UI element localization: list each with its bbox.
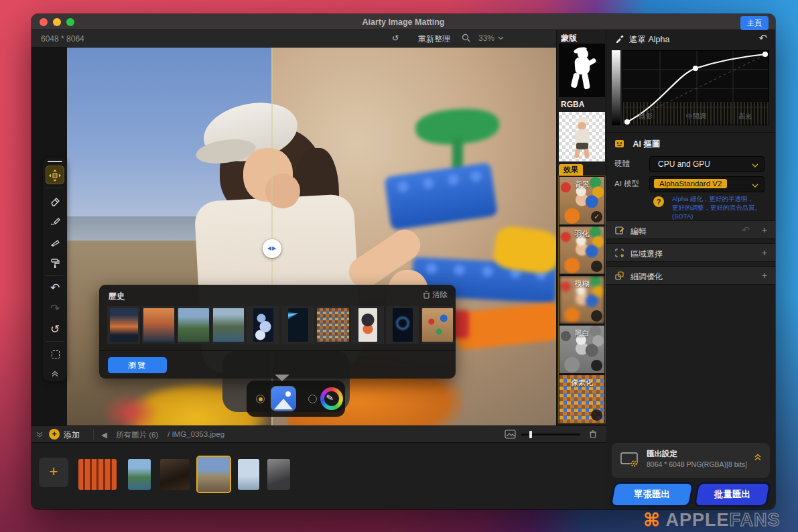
thumbnail-size-slider[interactable] — [521, 434, 580, 436]
section-region-select[interactable]: 區域選擇 + — [606, 243, 775, 262]
mask-thumbnail[interactable] — [559, 44, 605, 97]
gift-bow-icon: ⌘ — [643, 510, 661, 530]
current-filename: / IMG_0353.jpeg — [168, 430, 224, 438]
effect-feather[interactable]: 羽化 — [559, 226, 604, 274]
history-thumb[interactable] — [142, 306, 175, 344]
filmstrip-thumb-6[interactable] — [267, 459, 290, 490]
section-edit[interactable]: 編輯 ↶ + — [606, 220, 775, 239]
smart-pen-tool[interactable] — [46, 212, 64, 230]
filmstrip-add-tile[interactable]: + — [39, 458, 68, 487]
alpha-undo-icon[interactable]: ↶ — [758, 32, 767, 44]
effects-list: 背景 ✓ 羽化 模糊 黑白 像素化 — [558, 176, 606, 423]
alpha-curve-editor[interactable]: 陰影 中間調 高光 — [612, 49, 770, 128]
history-thumb[interactable] — [351, 306, 384, 344]
filmstrip-thumb-2[interactable] — [128, 459, 151, 490]
filmstrip-thumb-1[interactable] — [78, 459, 117, 490]
right-panel: 遮罩 Alpha ↶ 陰影 中間調 高光 — [606, 30, 775, 509]
palette-grip[interactable] — [48, 161, 62, 162]
expand-icon[interactable]: + — [762, 270, 767, 281]
divider — [606, 132, 775, 133]
effect-toggle[interactable] — [591, 409, 602, 421]
history-thumb[interactable] — [386, 306, 419, 344]
export-settings-card[interactable]: 匯出設定 8064 * 6048 PNG(RGBA)[8 bits] — [612, 443, 770, 478]
effect-check-icon[interactable]: ✓ — [591, 211, 602, 222]
marquee-tool[interactable] — [46, 344, 64, 363]
filmstrip-thumb-3[interactable] — [160, 459, 190, 490]
history-thumb[interactable] — [421, 306, 454, 344]
effect-toggle[interactable] — [591, 310, 602, 322]
effect-toggle[interactable] — [591, 360, 602, 371]
filmstrip-thumb-5[interactable] — [238, 459, 259, 490]
refresh-icon[interactable]: ↺ — [392, 34, 399, 43]
ai-chip-icon — [614, 139, 627, 150]
section-label: 區域選擇 — [630, 249, 663, 260]
effects-tab[interactable]: 效果 — [559, 164, 583, 176]
effect-blur[interactable]: 模糊 — [559, 276, 604, 324]
history-thumb[interactable] — [177, 306, 210, 344]
slider-handle[interactable] — [529, 431, 532, 438]
filmstrip-thumb-selected[interactable] — [198, 457, 230, 492]
tick-shadows: 陰影 — [639, 112, 653, 121]
ai-section-title: AI 摳圖 — [633, 139, 660, 149]
effect-pixelate[interactable]: 像素化 — [559, 375, 604, 423]
collapse-palette-icon[interactable] — [46, 363, 64, 382]
left-tool-palette: ↶ ↷ ↺ — [43, 157, 67, 381]
batch-export-button[interactable]: 批量匯出 — [693, 482, 772, 507]
paint-roller-tool[interactable] — [46, 253, 64, 272]
effect-bw[interactable]: 黑白 — [559, 326, 604, 373]
section-undo-icon[interactable]: ↶ — [742, 224, 750, 235]
gallery-breadcrumb[interactable]: 所有圖片 (6) — [116, 430, 158, 440]
home-button[interactable]: 主頁 — [740, 16, 769, 30]
alpha-title: 遮罩 Alpha — [629, 34, 669, 46]
zoom-search-icon[interactable] — [462, 34, 470, 44]
rgba-thumbnail[interactable] — [559, 112, 605, 161]
region-select-icon — [614, 248, 624, 261]
move-tool[interactable] — [46, 165, 64, 184]
single-export-button[interactable]: 單張匯出 — [610, 482, 695, 507]
child-hand — [265, 174, 300, 208]
zoom-level-value[interactable]: 33% — [478, 34, 494, 43]
expand-icon[interactable]: + — [762, 224, 767, 235]
color-mode-icon[interactable]: ✎ — [320, 387, 343, 410]
applefans-watermark: ⌘ APPLEFANS — [643, 509, 781, 531]
history-clear-button[interactable]: 清除 — [423, 290, 448, 300]
model-value-badge: AlphaStandard V2 — [654, 179, 727, 188]
collapse-export-icon[interactable] — [754, 453, 762, 462]
delete-image-icon[interactable] — [589, 429, 597, 440]
history-thumb[interactable] — [212, 306, 245, 344]
reset-icon[interactable]: ↺ — [46, 320, 64, 339]
effect-toggle[interactable] — [591, 261, 602, 272]
expand-icon[interactable]: + — [762, 247, 767, 258]
pointer-caret — [275, 375, 289, 381]
hardware-select[interactable]: CPU and GPU — [649, 156, 764, 172]
browse-button[interactable]: 瀏覽 — [108, 357, 167, 373]
image-mode-icon[interactable] — [271, 386, 296, 411]
watermark-apple: APPLE — [666, 510, 730, 530]
back-arrow-icon[interactable]: ◀ — [101, 430, 107, 440]
eraser-tool[interactable] — [46, 191, 64, 210]
section-refine[interactable]: 細調優化 + — [606, 266, 775, 285]
eyedropper-icon[interactable] — [614, 34, 624, 46]
help-icon[interactable]: ? — [653, 196, 664, 207]
model-select[interactable]: AlphaStandard V2 — [649, 176, 764, 192]
history-thumb[interactable] — [247, 306, 279, 344]
add-image-button[interactable]: + — [49, 429, 60, 440]
history-thumb[interactable] — [281, 306, 314, 344]
canvas-area[interactable]: ◀▶ ↶ ↷ ↺ — [31, 48, 556, 425]
history-thumb[interactable] — [107, 306, 140, 344]
collapse-filmstrip-icon[interactable] — [36, 430, 44, 440]
redo-icon[interactable]: ↷ — [46, 300, 64, 318]
brush-tool[interactable] — [46, 232, 64, 251]
gradient-ramp — [612, 50, 620, 125]
image-mode-radio[interactable] — [256, 395, 265, 403]
color-mode-radio[interactable] — [308, 395, 317, 403]
undo-icon[interactable]: ↶ — [46, 279, 64, 297]
curve-plot[interactable]: 陰影 中間調 高光 — [622, 50, 769, 125]
zoom-chevron-icon[interactable] — [498, 34, 504, 43]
section-label: 細調優化 — [630, 271, 663, 283]
refresh-button[interactable]: 重新整理 — [418, 34, 450, 45]
effect-background[interactable]: 背景 ✓ — [559, 177, 604, 224]
history-thumb[interactable] — [316, 306, 349, 344]
compare-split-handle[interactable]: ◀▶ — [263, 239, 281, 258]
chevron-down-icon — [752, 161, 758, 170]
